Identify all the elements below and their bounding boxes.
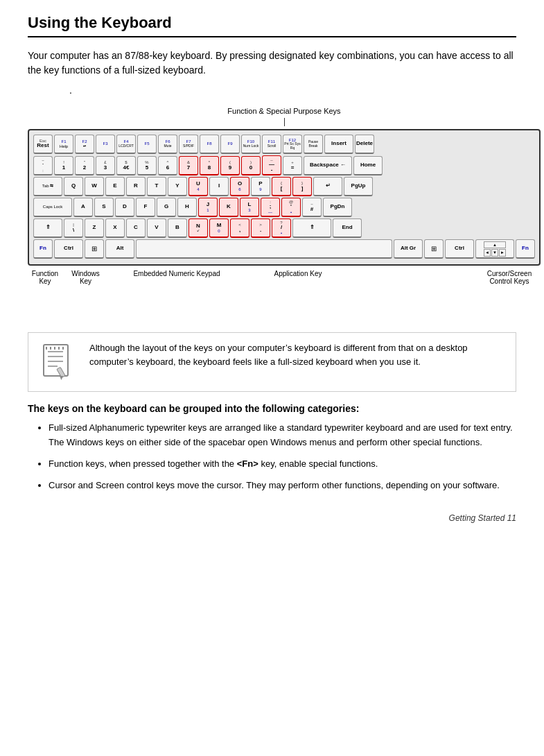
intro-paragraph: Your computer has an 87/88-key keyboard.… (28, 49, 516, 78)
key-insert: Insert (324, 135, 353, 154)
key-rctrl: Ctrl (445, 239, 474, 259)
key-backspace: Backspace ← (304, 156, 352, 175)
key-8: *8 (200, 156, 219, 175)
key-f10: F10Num Lock (241, 135, 261, 154)
keyboard-labels: Function Key Windows Key Embedded Numeri… (28, 270, 541, 318)
key-pause: Pause Break (304, 135, 323, 154)
bullet-item-3: Cursor and Screen control keys move the … (49, 479, 516, 493)
svg-rect-0 (44, 345, 68, 376)
key-o: O6 (230, 177, 249, 196)
key-r: R (126, 177, 146, 196)
key-a: A (73, 198, 93, 217)
key-l: L3 (240, 198, 259, 217)
label-embedded-numpad: Embedded Numeric Keypad (132, 270, 222, 277)
key-h: H (177, 198, 197, 217)
fn-key-bold: <Fn> (237, 458, 258, 469)
key-f7: F7S/PDIF (179, 135, 198, 154)
key-pgup: PgUp (344, 177, 373, 196)
key-f12: F12Prt Sc Sys Rq (283, 135, 302, 154)
key-f: F (136, 198, 155, 217)
key-pgdn: PgDn (323, 198, 352, 217)
key-lalt: Alt (105, 239, 134, 259)
key-capslock: Caps Lock (33, 198, 72, 217)
page-title: Using the Keyboard (28, 14, 172, 31)
keyboard-image: EscRest F1Help F2⇌ F3 F4LCD/CRT F5 F6Mut… (28, 129, 541, 266)
key-m: M0 (209, 218, 229, 238)
key-open-bracket: {[ (272, 177, 291, 196)
note-icon-svg (37, 341, 78, 383)
key-f8: F8 (200, 135, 219, 154)
top-label-line (284, 118, 285, 126)
key-fn-right: Fn (516, 239, 535, 259)
kb-row-zxcv: ⇑ |\ Z X C V B N↙ M0 <, >. ?/• ⇑ End (33, 218, 535, 238)
key-comma: <, (230, 218, 249, 238)
key-semicolon: :;— (261, 198, 280, 217)
key-q: Q (64, 177, 83, 196)
key-f9: F9 (220, 135, 240, 154)
note-text: Although the layout of the keys on your … (89, 341, 507, 368)
key-f4: F4LCD/CRT (116, 135, 136, 154)
kb-row-qwerty: Tab ⇆ Q W E R T Y U4 I O6 P9 {[ }] ↵ PgU… (33, 177, 535, 196)
key-7: &7 (179, 156, 198, 175)
key-rwin: ⊞ (424, 239, 444, 259)
page-footer: Getting Started 11 (28, 513, 516, 523)
note-icon (37, 341, 78, 383)
dot-separator: . (69, 85, 516, 96)
key-space (136, 239, 392, 259)
key-delete: Delete (355, 135, 374, 154)
key-x: X (105, 218, 125, 238)
key-j: J1 (198, 198, 218, 217)
key-f5: F5 (137, 135, 157, 154)
key-k: K (219, 198, 238, 217)
key-fn: Fn (33, 239, 53, 259)
key-d: D (115, 198, 134, 217)
key-slash: ?/• (272, 218, 291, 238)
keyboard-diagram: Function & Special Purpose Keys EscRest … (28, 107, 541, 318)
key-n: N↙ (188, 218, 208, 238)
key-backtick: ~`: (33, 156, 53, 175)
key-esc: EscRest (33, 135, 53, 154)
key-5: %5 (137, 156, 157, 175)
key-enter-top: ↵ (313, 177, 342, 196)
key-tab: Tab ⇆ (33, 177, 62, 196)
function-special-keys-label: Function & Special Purpose Keys (227, 107, 340, 115)
key-y: Y (168, 177, 187, 196)
kb-row-num: ~`: !1 "2 £3 $4€ %5 ^6 &7 *8 (9 )0 _—- +… (33, 155, 535, 175)
key-s: S (94, 198, 114, 217)
key-9: (9 (220, 156, 240, 175)
key-f3: F3 (96, 135, 115, 154)
key-g: G (157, 198, 176, 217)
key-backslash: |\ (64, 218, 83, 238)
key-3: £3 (96, 156, 115, 175)
kb-row-bottom: Fn Ctrl ⊞ Alt Alt Gr ⊞ Ctrl ▲ ◄ ▼ (33, 239, 535, 259)
key-6: ^6 (158, 156, 177, 175)
bullet-item-1: Full-sized Alphanumeric typewriter keys … (49, 421, 516, 450)
key-lwin: ⊞ (85, 239, 104, 259)
note-box: Although the layout of the keys on your … (28, 332, 516, 392)
key-v: V (147, 218, 166, 238)
key-end: End (333, 218, 362, 238)
key-cursor-group: ▲ ◄ ▼ ► (475, 239, 514, 259)
bullet-item-2: Function keys, when pressed together wit… (49, 457, 516, 472)
key-4: $4€ (116, 156, 136, 175)
key-f11: F11Scroll (262, 135, 281, 154)
key-minus: _—- (262, 155, 281, 175)
key-lctrl: Ctrl (54, 239, 83, 259)
top-label-area: Function & Special Purpose Keys (28, 107, 541, 126)
label-windows-key: Windows Key (67, 270, 105, 285)
key-i: I (209, 177, 229, 196)
key-close-bracket: }] (292, 177, 312, 196)
key-0: )0 (241, 156, 261, 175)
label-cursor-screen: Cursor/Screen Control Keys (478, 270, 541, 285)
key-z: Z (85, 218, 104, 238)
key-f6: F6Mute (158, 135, 177, 154)
key-ralt: Alt Gr (394, 239, 423, 259)
key-period: >. (251, 218, 270, 238)
key-hash: ~# (302, 198, 322, 217)
key-equals: += (283, 156, 302, 175)
key-e: E (105, 177, 125, 196)
key-c: C (126, 218, 146, 238)
page-header: Using the Keyboard (28, 14, 516, 37)
key-u: U4 (188, 177, 208, 196)
key-quote: @'• (281, 198, 301, 217)
